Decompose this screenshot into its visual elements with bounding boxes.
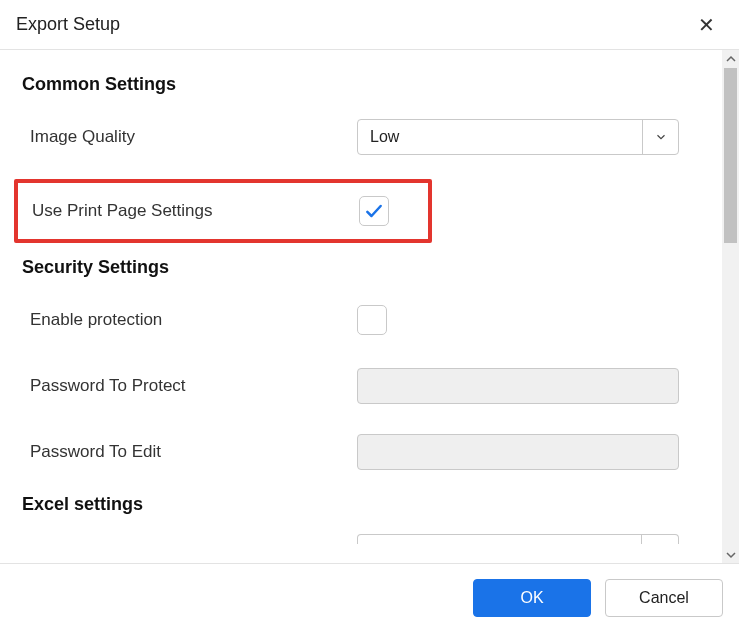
row-use-print-page: Use Print Page Settings: [24, 193, 420, 229]
password-protect-input[interactable]: [357, 368, 679, 404]
dialog-body: Common Settings Image Quality Low Use Pr…: [0, 50, 739, 563]
select-divider: [641, 535, 642, 544]
enable-protection-label: Enable protection: [22, 310, 357, 330]
scroll-thumb[interactable]: [724, 68, 737, 243]
chevron-up-icon: [726, 54, 736, 64]
image-quality-label: Image Quality: [22, 127, 357, 147]
scroll-down-button[interactable]: [722, 546, 739, 563]
chevron-down-icon: [642, 120, 678, 154]
dialog-title: Export Setup: [16, 14, 120, 35]
row-password-edit: Password To Edit: [22, 428, 710, 476]
enable-protection-checkbox[interactable]: [357, 305, 387, 335]
section-title-security: Security Settings: [22, 257, 710, 278]
cancel-button[interactable]: Cancel: [605, 579, 723, 617]
dialog-footer: OK Cancel: [0, 563, 739, 631]
section-title-excel: Excel settings: [22, 494, 710, 515]
export-setup-dialog: Export Setup ✕ Common Settings Image Qua…: [0, 0, 739, 631]
ok-button[interactable]: OK: [473, 579, 591, 617]
row-image-quality: Image Quality Low: [22, 113, 710, 161]
close-button[interactable]: ✕: [690, 11, 723, 39]
password-protect-label: Password To Protect: [22, 376, 357, 396]
row-enable-protection: Enable protection: [22, 296, 710, 344]
excel-select-partial[interactable]: [357, 534, 679, 544]
chevron-down-icon: [726, 550, 736, 560]
image-quality-select[interactable]: Low: [357, 119, 679, 155]
titlebar: Export Setup ✕: [0, 0, 739, 50]
vertical-scrollbar[interactable]: [722, 50, 739, 563]
password-edit-input[interactable]: [357, 434, 679, 470]
close-icon: ✕: [698, 14, 715, 36]
section-title-common: Common Settings: [22, 74, 710, 95]
excel-partial-label: [22, 534, 357, 544]
row-password-protect: Password To Protect: [22, 362, 710, 410]
checkmark-icon: [364, 201, 384, 221]
use-print-page-checkbox[interactable]: [359, 196, 389, 226]
password-edit-label: Password To Edit: [22, 442, 357, 462]
row-excel-partial: [22, 533, 710, 545]
content-area: Common Settings Image Quality Low Use Pr…: [0, 50, 722, 563]
image-quality-value: Low: [370, 128, 399, 146]
use-print-page-label: Use Print Page Settings: [24, 201, 359, 221]
highlighted-use-print-page-settings: Use Print Page Settings: [14, 179, 432, 243]
scroll-up-button[interactable]: [722, 50, 739, 67]
